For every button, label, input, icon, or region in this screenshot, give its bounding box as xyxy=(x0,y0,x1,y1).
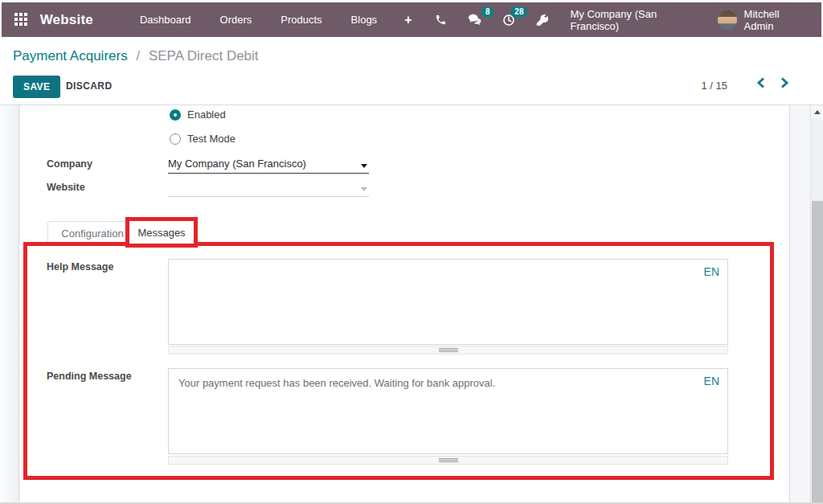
tab-messages[interactable]: Messages xyxy=(137,227,185,239)
pending-language-tag[interactable]: EN xyxy=(704,375,719,387)
left-gutter xyxy=(0,105,19,502)
new-content-plus-icon[interactable]: + xyxy=(391,2,424,37)
pending-resize-handle[interactable] xyxy=(168,456,728,465)
user-menu[interactable]: Mitchell Admin xyxy=(744,8,809,32)
pending-message-text: Your payment request has been received. … xyxy=(169,369,686,390)
scroll-up-arrow-icon[interactable] xyxy=(811,105,823,119)
main-menu: Dashboard Orders Products Blogs + xyxy=(125,2,425,37)
menu-blogs[interactable]: Blogs xyxy=(337,2,392,37)
breadcrumb-parent-link[interactable]: Payment Acquirers xyxy=(13,48,128,64)
grip-icon xyxy=(439,350,458,350)
help-resize-handle[interactable] xyxy=(168,346,728,354)
apps-grid-icon[interactable] xyxy=(14,13,28,27)
pager-next-icon[interactable] xyxy=(780,77,789,92)
app-name[interactable]: Website xyxy=(40,12,93,28)
company-field-value[interactable]: My Company (San Francisco) xyxy=(168,158,369,174)
vertical-scrollbar[interactable] xyxy=(810,105,823,502)
menu-orders[interactable]: Orders xyxy=(206,2,267,37)
wrench-icon[interactable] xyxy=(526,14,559,26)
breadcrumb: Payment Acquirers / SEPA Direct Debit xyxy=(13,48,259,64)
activities-count-badge: 28 xyxy=(510,6,527,18)
menu-products[interactable]: Products xyxy=(266,2,336,37)
website-field-label: Website xyxy=(47,182,85,193)
company-switcher[interactable]: My Company (San Francisco) xyxy=(570,8,702,32)
pending-message-label: Pending Message xyxy=(47,371,132,382)
help-message-textarea[interactable]: EN xyxy=(168,259,728,345)
form-content-area: Enabled Test Mode Company My Company (Sa… xyxy=(0,105,823,502)
save-button[interactable]: SAVE xyxy=(13,76,60,98)
state-radio-test-mode[interactable]: Test Mode xyxy=(170,133,235,145)
phone-icon[interactable] xyxy=(424,14,457,26)
navbar-systray: 8 28 My Company (San Francisco) Mitchell… xyxy=(424,8,821,32)
company-field-label: Company xyxy=(47,158,92,170)
help-message-text xyxy=(169,260,686,267)
pager-counter: 1 / 15 xyxy=(701,80,727,92)
breadcrumb-separator: / xyxy=(136,48,140,64)
discard-button[interactable]: DISCARD xyxy=(66,80,112,92)
messages-icon[interactable]: 8 xyxy=(457,14,492,26)
radio-unselected-icon xyxy=(170,133,181,145)
pager-previous-icon[interactable] xyxy=(756,77,765,92)
scrollbar-thumb[interactable] xyxy=(812,201,823,502)
website-field-value[interactable] xyxy=(168,181,369,197)
control-panel: Payment Acquirers / SEPA Direct Debit SA… xyxy=(0,37,823,105)
pending-message-textarea[interactable]: Your payment request has been received. … xyxy=(168,368,728,454)
tab-configuration[interactable]: Configuration xyxy=(47,221,137,246)
activities-clock-icon[interactable]: 28 xyxy=(492,14,526,27)
radio-selected-icon xyxy=(170,109,181,121)
top-navbar: Website Dashboard Orders Products Blogs … xyxy=(2,2,821,37)
help-language-tag[interactable]: EN xyxy=(704,265,719,278)
breadcrumb-current: SEPA Direct Debit xyxy=(149,48,259,64)
dropdown-caret-icon[interactable] xyxy=(361,187,367,191)
dropdown-caret-icon[interactable] xyxy=(361,164,367,168)
state-radio-enabled[interactable]: Enabled xyxy=(170,109,226,121)
form-sheet: Enabled Test Mode Company My Company (Sa… xyxy=(20,105,790,502)
grip-icon xyxy=(439,460,458,461)
odoo-window: Website Dashboard Orders Products Blogs … xyxy=(0,0,823,504)
tab-messages-annotation[interactable]: Messages xyxy=(125,217,198,248)
user-avatar[interactable] xyxy=(718,10,737,30)
menu-dashboard[interactable]: Dashboard xyxy=(125,2,206,37)
help-message-label: Help Message xyxy=(47,261,113,272)
